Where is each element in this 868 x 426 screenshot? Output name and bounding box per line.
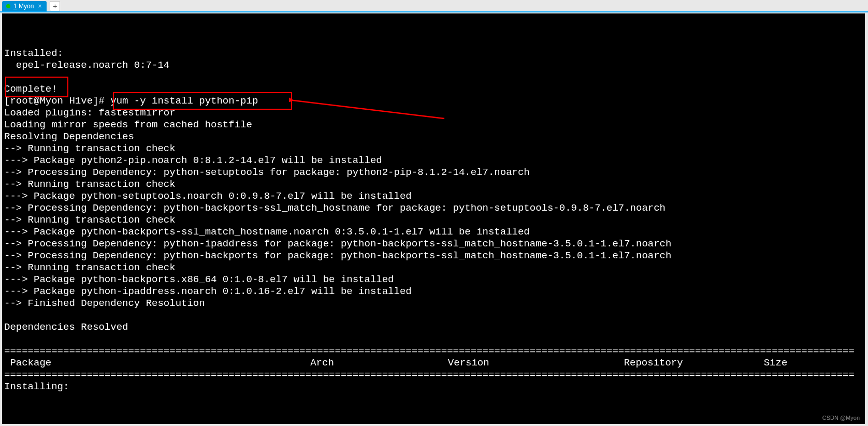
- terminal-output: Installed: epel-release.noarch 0:7-14 Co…: [4, 24, 863, 405]
- installing-line: Installing:: [4, 381, 69, 392]
- output-line: ---> Package python-backports-ssl_match_…: [4, 226, 530, 238]
- terminal-tab[interactable]: 1 Myon ×: [2, 1, 47, 11]
- output-line: Loaded plugins: fastestmirror: [4, 107, 176, 119]
- output-line: ---> Package python2-pip.noarch 0:8.1.2-…: [4, 155, 382, 166]
- output-line: Complete!: [4, 83, 57, 95]
- output-line: ---> Package python-backports.x86_64 0:1…: [4, 274, 394, 285]
- tab-title: Myon: [19, 3, 34, 10]
- output-line: Dependencies Resolved: [4, 321, 128, 333]
- output-line: ---> Package python-ipaddress.noarch 0:1…: [4, 286, 412, 297]
- output-line: ---> Package python-setuptools.noarch 0:…: [4, 190, 412, 202]
- column-header-version: Version: [448, 357, 489, 369]
- terminal-area[interactable]: Installed: epel-release.noarch 0:7-14 Co…: [2, 13, 865, 424]
- tab-bar: 1 Myon × +: [0, 0, 868, 11]
- add-tab-button[interactable]: +: [50, 1, 60, 11]
- output-line: --> Running transaction check: [4, 262, 176, 273]
- output-line: Installed:: [4, 48, 63, 59]
- output-line: Loading mirror speeds from cached hostfi…: [4, 119, 252, 130]
- output-line: --> Running transaction check: [4, 143, 176, 154]
- close-icon[interactable]: ×: [37, 1, 42, 11]
- column-header-size: Size: [764, 357, 788, 369]
- output-line: Resolving Dependencies: [4, 131, 134, 142]
- rule-line: ========================================…: [4, 369, 855, 380]
- tab-number: 1 Myon: [13, 1, 34, 11]
- output-line: --> Processing Dependency: python-ipaddr…: [4, 238, 671, 249]
- output-line: --> Processing Dependency: python-backpo…: [4, 250, 671, 261]
- terminal-window: 1 Myon × + Installed: epel-release.noarc…: [0, 0, 868, 426]
- prompt-line: [root@Myon H1ve]# yum -y install python-…: [4, 95, 258, 107]
- tab-separator: [0, 11, 868, 12]
- output-line: --> Running transaction check: [4, 179, 176, 190]
- watermark-text: CSDN @Myon⁣: [822, 415, 860, 421]
- output-line: --> Finished Dependency Resolution: [4, 298, 205, 309]
- rule-line: ========================================…: [4, 345, 855, 357]
- output-line: --> Processing Dependency: python-backpo…: [4, 202, 666, 214]
- output-line: epel-release.noarch 0:7-14: [4, 60, 169, 71]
- column-header-arch: Arch: [310, 357, 334, 369]
- status-dot-icon: [6, 4, 10, 8]
- column-header-repository: Repository: [624, 357, 683, 369]
- output-line: --> Running transaction check: [4, 214, 176, 226]
- column-header-package: Package: [4, 357, 51, 369]
- output-line: --> Processing Dependency: python-setupt…: [4, 167, 530, 178]
